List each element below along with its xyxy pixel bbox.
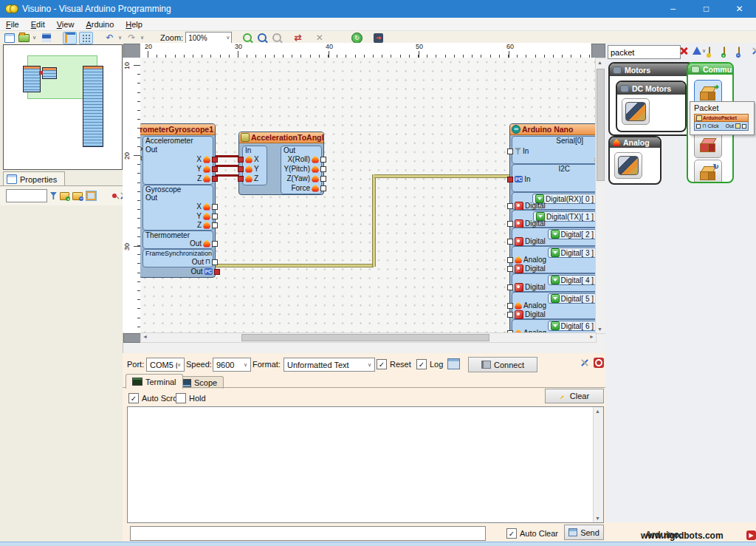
connect-button[interactable]: Connect <box>468 357 537 372</box>
block-nano-header[interactable]: ∞ Arduino Nano <box>510 124 595 135</box>
digital-pin[interactable] <box>507 221 513 227</box>
compile-button[interactable]: ↻ <box>351 33 363 44</box>
open-project-button[interactable] <box>18 33 30 44</box>
remote-packet-component[interactable]: ↻ <box>694 160 722 183</box>
title-bar[interactable]: Visuino - Visual Arduino Programming – □… <box>0 0 756 18</box>
disconnect-icon[interactable] <box>594 358 604 368</box>
minimize-button[interactable]: – <box>656 0 690 18</box>
menu-view[interactable]: View <box>51 19 80 30</box>
digital-pin[interactable] <box>507 239 513 245</box>
digital-pin[interactable] <box>507 312 513 318</box>
tree-view-icon[interactable] <box>86 191 97 201</box>
block-gyro-header[interactable]: AccelerometerGyroscope1 <box>140 124 215 135</box>
scroll-down-icon[interactable]: ▼ <box>596 325 604 333</box>
collapse-all-icon[interactable]: − <box>72 192 83 200</box>
port-select[interactable]: COM5 (l ∨ <box>146 358 185 372</box>
properties-filter-input[interactable] <box>6 189 47 202</box>
log-checkbox[interactable]: ✓ Log <box>416 359 443 369</box>
angle-z-in-pin[interactable] <box>238 176 244 182</box>
zoom-select[interactable]: 100% ∨ <box>185 32 232 44</box>
gyro-y-out-pin[interactable] <box>212 214 218 219</box>
analog-pin[interactable] <box>507 257 513 263</box>
pitch-out-pin[interactable] <box>320 166 326 172</box>
serial-in-pin[interactable] <box>507 149 513 154</box>
reset-checkbox[interactable]: ✓ Reset <box>377 359 411 369</box>
canvas-vscrollbar[interactable]: ▲ ▼ <box>595 58 606 334</box>
i2c-in-pin[interactable] <box>507 177 513 182</box>
tab-properties[interactable]: Properties <box>3 171 65 186</box>
wizard-dropdown-caret[interactable]: ∨ <box>702 48 707 54</box>
unpacket-component[interactable] <box>694 132 722 158</box>
roll-out-pin[interactable] <box>320 157 326 163</box>
i2c-wire-segment[interactable] <box>372 174 376 267</box>
menu-edit[interactable]: Edit <box>25 19 51 30</box>
canvas-hscrollbar[interactable]: ◄ ► <box>140 332 597 343</box>
menu-arduino[interactable]: Arduino <box>80 19 120 30</box>
delete-button[interactable]: ✕ <box>313 33 326 44</box>
grid-toggle[interactable] <box>79 32 93 44</box>
i2c-wire-segment[interactable] <box>214 264 374 267</box>
save-project-button[interactable] <box>40 33 52 44</box>
send-button[interactable]: Send <box>564 525 604 540</box>
component-search-input[interactable] <box>608 45 681 59</box>
auto-scroll-checkbox[interactable]: ✓ Auto Scroll <box>128 393 181 403</box>
dc-motor-component[interactable] <box>622 98 650 125</box>
expand-categories-icon[interactable]: + <box>724 47 725 57</box>
new-project-button[interactable] <box>3 33 16 44</box>
zoom-reset-button[interactable] <box>270 33 283 44</box>
category-analog[interactable]: Analog <box>608 136 662 185</box>
vscroll-thumb[interactable] <box>597 69 605 181</box>
category-motors[interactable]: Motors DC Motors <box>608 62 694 136</box>
format-select[interactable]: Unformatted Text ∨ <box>284 358 375 372</box>
maximize-button[interactable]: □ <box>690 0 723 18</box>
hscroll-thumb[interactable] <box>241 334 489 341</box>
category-view-icon[interactable] <box>709 47 710 57</box>
digital-pin[interactable] <box>507 284 513 290</box>
terminal-scroll-down-icon[interactable]: ▼ <box>594 514 602 522</box>
digital-pin[interactable] <box>507 266 513 272</box>
menu-help[interactable]: Help <box>120 19 148 30</box>
tab-terminal[interactable]: Terminal <box>126 374 183 389</box>
collapse-categories-icon[interactable]: − <box>738 47 740 57</box>
thermometer-out-pin[interactable] <box>212 241 218 247</box>
undo-button[interactable]: ↶ <box>103 33 116 44</box>
digital-pin[interactable] <box>507 203 513 209</box>
filter-funnel-icon[interactable] <box>50 192 57 199</box>
upload-button[interactable]: ➜ <box>372 33 385 44</box>
block-accelerometer-gyroscope[interactable]: AccelerometerGyroscope1 x t Acceleromete… <box>140 123 216 278</box>
close-button[interactable]: ✕ <box>723 0 756 18</box>
gyro-z-out-pin[interactable] <box>212 222 218 228</box>
zoom-in-button[interactable] <box>241 33 253 44</box>
hold-checkbox[interactable]: Hold <box>176 393 206 403</box>
pin-panel-icon[interactable] <box>112 194 117 198</box>
undo-dropdown-caret[interactable]: ∨ <box>118 35 123 41</box>
accel-y-out-pin[interactable] <box>212 166 218 172</box>
scroll-right-icon[interactable]: ► <box>588 333 596 341</box>
send-input[interactable] <box>130 526 486 541</box>
analog-pin[interactable] <box>507 303 513 309</box>
expand-all-icon[interactable]: + <box>60 192 70 200</box>
arrange-button[interactable]: ⇄ <box>292 33 304 44</box>
accel-z-out-pin[interactable] <box>212 176 218 182</box>
block-angle-header[interactable]: AccelerationToAngle1 <box>239 132 323 143</box>
zoom-out-button[interactable] <box>255 33 268 44</box>
menu-file[interactable]: File <box>0 19 25 30</box>
angle-y-in-pin[interactable] <box>238 166 244 172</box>
redo-button[interactable]: ↷ <box>126 33 138 44</box>
analog-component[interactable] <box>614 152 642 179</box>
scroll-left-icon[interactable]: ◄ <box>141 333 149 341</box>
speed-select[interactable]: 9600 ∨ <box>213 358 251 372</box>
angle-x-in-pin[interactable] <box>238 157 244 163</box>
block-acceleration-to-angle[interactable]: AccelerationToAngle1 In X Y Z Out X(Roll… <box>238 132 324 195</box>
log-file-icon[interactable] <box>447 358 460 369</box>
route-wires-toggle[interactable] <box>63 32 77 44</box>
wizard-icon[interactable] <box>693 47 701 55</box>
scroll-up-icon[interactable]: ▲ <box>596 58 604 66</box>
i2c-wire-segment[interactable] <box>374 174 509 178</box>
block-arduino-nano[interactable]: ∞ Arduino Nano Serial[0] In S I2C I²CIn … <box>509 123 595 332</box>
frame-sync-out-pin[interactable] <box>212 259 218 265</box>
category-dc-motors[interactable]: DC Motors <box>616 81 687 132</box>
terminal-output[interactable]: ▲ ▼ <box>127 406 604 523</box>
terminal-scroll-up-icon[interactable]: ▲ <box>594 407 602 415</box>
accel-x-out-pin[interactable] <box>212 157 218 163</box>
